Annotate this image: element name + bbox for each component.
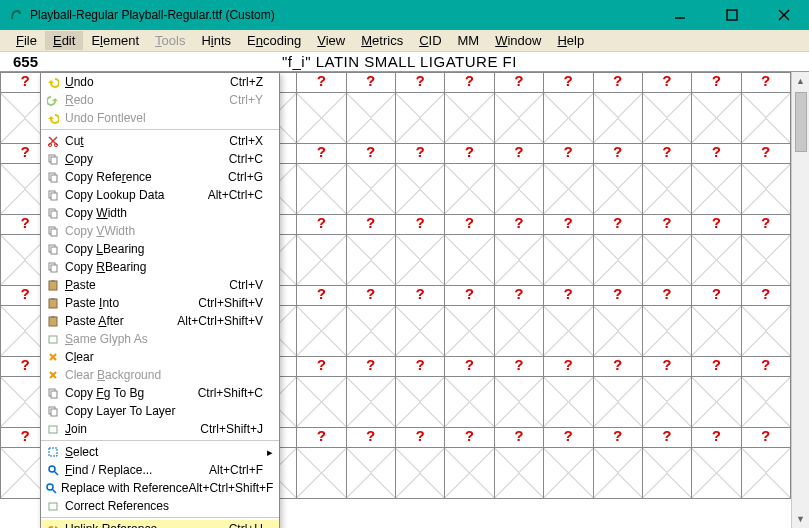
glyph-cell[interactable] [396,164,445,215]
glyph-header-cell[interactable]: ? [445,73,494,93]
glyph-cell[interactable] [494,448,543,499]
glyph-header-cell[interactable]: ? [593,144,642,164]
glyph-header-cell[interactable]: ? [692,73,741,93]
glyph-header-cell[interactable]: ? [494,215,543,235]
glyph-cell[interactable] [642,164,691,215]
menu-cid[interactable]: CID [411,31,449,50]
glyph-header-cell[interactable]: ? [346,286,395,306]
glyph-cell[interactable] [297,235,346,286]
glyph-cell[interactable] [741,235,790,286]
glyph-header-cell[interactable]: ? [544,357,593,377]
menu-mm[interactable]: MM [450,31,488,50]
glyph-header-cell[interactable]: ? [741,357,790,377]
glyph-cell[interactable] [396,377,445,428]
glyph-header-cell[interactable]: ? [692,286,741,306]
glyph-header-cell[interactable]: ? [445,286,494,306]
glyph-header-cell[interactable]: ? [494,286,543,306]
glyph-header-cell[interactable]: ? [642,73,691,93]
glyph-header-cell[interactable]: ? [741,286,790,306]
glyph-header-cell[interactable]: ? [297,357,346,377]
menu-file[interactable]: File [8,31,45,50]
glyph-cell[interactable] [445,448,494,499]
glyph-header-cell[interactable]: ? [346,144,395,164]
glyph-header-cell[interactable]: ? [642,215,691,235]
glyph-cell[interactable] [741,377,790,428]
glyph-header-cell[interactable]: ? [593,357,642,377]
menu-element[interactable]: Element [83,31,147,50]
menu-encoding[interactable]: Encoding [239,31,309,50]
glyph-cell[interactable] [346,164,395,215]
menu-item-undo[interactable]: UndoCtrl+Z [41,73,279,91]
menu-item-unlink-reference[interactable]: Unlink ReferenceCtrl+U [41,520,279,528]
glyph-cell[interactable] [494,93,543,144]
glyph-header-cell[interactable]: ? [396,286,445,306]
glyph-cell[interactable] [692,164,741,215]
glyph-cell[interactable] [297,377,346,428]
glyph-cell[interactable] [642,306,691,357]
glyph-header-cell[interactable]: ? [741,144,790,164]
glyph-cell[interactable] [346,93,395,144]
menu-item-copy-layer-to-layer[interactable]: Copy Layer To Layer [41,402,279,420]
menu-item-copy-width[interactable]: Copy Width [41,204,279,222]
menu-item-replace-with-ref[interactable]: Replace with ReferenceAlt+Ctrl+Shift+F [41,479,279,497]
glyph-header-cell[interactable]: ? [445,144,494,164]
glyph-cell[interactable] [741,306,790,357]
glyph-header-cell[interactable]: ? [445,215,494,235]
glyph-header-cell[interactable]: ? [544,428,593,448]
glyph-header-cell[interactable]: ? [494,357,543,377]
glyph-header-cell[interactable]: ? [396,357,445,377]
glyph-cell[interactable] [692,306,741,357]
glyph-header-cell[interactable]: ? [346,215,395,235]
glyph-header-cell[interactable]: ? [642,428,691,448]
glyph-header-cell[interactable]: ? [297,428,346,448]
glyph-cell[interactable] [593,164,642,215]
glyph-header-cell[interactable]: ? [346,428,395,448]
glyph-cell[interactable] [642,93,691,144]
menu-item-paste-into[interactable]: Paste IntoCtrl+Shift+V [41,294,279,312]
menu-item-cut[interactable]: CutCtrl+X [41,132,279,150]
glyph-cell[interactable] [494,377,543,428]
glyph-cell[interactable] [741,164,790,215]
maximize-button[interactable] [715,4,749,26]
glyph-cell[interactable] [593,235,642,286]
glyph-header-cell[interactable]: ? [544,144,593,164]
glyph-cell[interactable] [642,235,691,286]
menu-tools[interactable]: Tools [147,31,193,50]
glyph-header-cell[interactable]: ? [544,286,593,306]
glyph-header-cell[interactable]: ? [692,428,741,448]
menu-item-paste[interactable]: PasteCtrl+V [41,276,279,294]
glyph-header-cell[interactable]: ? [494,73,543,93]
glyph-cell[interactable] [692,235,741,286]
glyph-header-cell[interactable]: ? [692,357,741,377]
menu-item-correct-references[interactable]: Correct References [41,497,279,515]
glyph-header-cell[interactable]: ? [297,73,346,93]
glyph-cell[interactable] [396,306,445,357]
glyph-cell[interactable] [346,377,395,428]
menu-window[interactable]: Window [487,31,549,50]
glyph-cell[interactable] [741,448,790,499]
glyph-header-cell[interactable]: ? [692,215,741,235]
glyph-header-cell[interactable]: ? [297,144,346,164]
glyph-header-cell[interactable]: ? [297,286,346,306]
glyph-header-cell[interactable]: ? [593,428,642,448]
glyph-cell[interactable] [445,93,494,144]
menu-item-copy-rbearing[interactable]: Copy RBearing [41,258,279,276]
glyph-header-cell[interactable]: ? [741,428,790,448]
glyph-cell[interactable] [396,448,445,499]
glyph-header-cell[interactable]: ? [346,73,395,93]
glyph-cell[interactable] [544,235,593,286]
glyph-cell[interactable] [593,448,642,499]
glyph-cell[interactable] [544,306,593,357]
glyph-cell[interactable] [692,93,741,144]
menu-help[interactable]: Help [549,31,592,50]
glyph-cell[interactable] [544,448,593,499]
glyph-header-cell[interactable]: ? [642,144,691,164]
glyph-header-cell[interactable]: ? [642,357,691,377]
menu-item-join[interactable]: JoinCtrl+Shift+J [41,420,279,438]
glyph-header-cell[interactable]: ? [593,73,642,93]
glyph-cell[interactable] [297,306,346,357]
glyph-cell[interactable] [297,164,346,215]
menu-edit[interactable]: Edit [45,31,83,50]
glyph-cell[interactable] [297,448,346,499]
glyph-cell[interactable] [494,164,543,215]
